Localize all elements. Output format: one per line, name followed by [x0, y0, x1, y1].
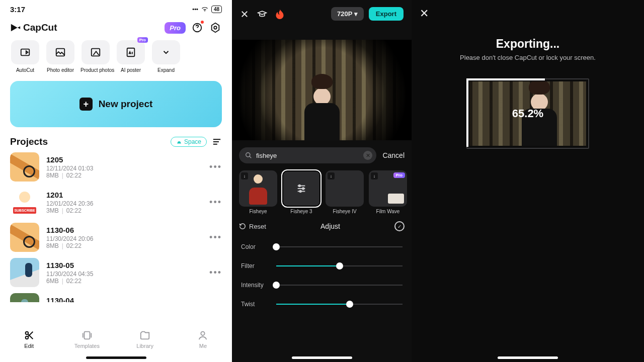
slider-track[interactable]	[276, 261, 403, 270]
slider-label: Color	[241, 243, 268, 250]
confirm-icon[interactable]: ✓	[394, 221, 405, 231]
video-preview[interactable]: ✂	[232, 40, 412, 140]
settings-icon[interactable]	[209, 21, 222, 34]
tool-expand[interactable]: Expand	[151, 40, 181, 73]
project-thumbnail	[10, 188, 39, 217]
home-indicator	[86, 356, 146, 359]
home-screen: 3:17 ••• 48 CapCut Pro	[0, 0, 232, 362]
effect-search-row: ✕ Cancel	[232, 140, 412, 170]
project-list[interactable]: 1205 12/11/2024 01:03 8MB|02:22 ••• 1201…	[10, 152, 222, 302]
svg-rect-6	[127, 48, 135, 57]
new-project-button[interactable]: + New project	[10, 81, 222, 127]
project-more-icon[interactable]: •••	[209, 232, 222, 243]
svg-point-14	[299, 191, 301, 193]
adjust-sliders: Color Filter Intensity Twist	[232, 234, 412, 314]
new-project-label: New project	[99, 99, 153, 110]
cancel-search[interactable]: Cancel	[382, 151, 405, 159]
help-icon[interactable]	[191, 21, 204, 34]
export-title: Exporting...	[412, 37, 644, 51]
export-progress-box: 65.2%	[466, 78, 589, 149]
export-button[interactable]: Export	[369, 7, 404, 21]
download-icon: ↓	[241, 172, 248, 179]
status-bar: 3:17 ••• 48	[0, 0, 232, 18]
slider-track[interactable]	[276, 300, 403, 309]
slider-row: Twist	[241, 295, 403, 314]
effect-name: Film Wave	[369, 209, 407, 214]
effect-search-input[interactable]	[256, 152, 359, 159]
clear-search-icon[interactable]: ✕	[363, 151, 372, 160]
editor-screen: 720P ▾ Export ✂ ✕ Cancel ↓ Fisheye Fishe…	[232, 0, 412, 362]
tool-photo-editor[interactable]: Photo editor	[45, 40, 75, 73]
slider-track[interactable]	[276, 281, 403, 290]
project-thumbnail	[10, 293, 39, 302]
tool-product-photos[interactable]: Product photos	[80, 40, 111, 73]
app-logo: CapCut	[10, 22, 57, 33]
project-size: 8MB	[46, 242, 59, 249]
effect-item[interactable]: Fisheye 3	[282, 170, 320, 214]
adjust-header: Reset Adjust ✓	[232, 214, 412, 234]
project-item[interactable]: 1130-05 11/30/2024 04:35 6MB|02:22 •••	[10, 258, 222, 287]
project-datetime: 12/01/2024 20:36	[46, 200, 202, 207]
slider-knob[interactable]	[346, 301, 353, 308]
search-icon	[245, 152, 252, 159]
tool-ai-poster[interactable]: Pro AI poster	[116, 40, 146, 73]
cell-signal-icon: •••	[192, 6, 198, 12]
chevron-down-icon: ▾	[354, 10, 358, 18]
project-name: 1201	[46, 191, 202, 199]
project-thumbnail	[10, 152, 39, 182]
nav-me[interactable]: Me	[174, 330, 232, 349]
effect-item[interactable]: ↓ Pro Film Wave	[369, 170, 407, 214]
slider-knob[interactable]	[336, 262, 343, 269]
slider-label: Intensity	[241, 282, 268, 289]
academy-icon[interactable]	[257, 10, 267, 19]
tool-autocut[interactable]: AutoCut	[10, 40, 40, 73]
nav-library[interactable]: Library	[116, 330, 174, 349]
close-icon[interactable]: ✕	[420, 7, 429, 20]
slider-row: Color	[241, 237, 403, 256]
slider-track[interactable]	[276, 242, 403, 251]
project-datetime: 11/30/2024 04:35	[46, 270, 202, 278]
mini-pro-badge: Pro	[137, 37, 148, 43]
close-icon[interactable]	[240, 10, 249, 19]
resolution-dropdown[interactable]: 720P ▾	[331, 7, 364, 21]
slider-knob[interactable]	[273, 243, 280, 250]
project-item[interactable]: 1205 12/11/2024 01:03 8MB|02:22 •••	[10, 152, 222, 182]
project-item[interactable]: 1130-04 11/30/2024 03:02 4MB|02:22 •••	[10, 293, 222, 302]
slider-label: Twist	[241, 301, 268, 308]
sort-icon[interactable]	[212, 138, 222, 146]
effect-name: Fisheye 3	[282, 209, 320, 214]
effect-search[interactable]: ✕	[239, 147, 376, 163]
project-item[interactable]: 1130-06 11/30/2024 20:06 8MB|02:22 •••	[10, 223, 222, 252]
project-size: 6MB	[46, 278, 59, 285]
svg-point-2	[214, 26, 217, 29]
project-name: 1205	[46, 155, 202, 164]
svg-point-11	[246, 153, 250, 157]
project-more-icon[interactable]: •••	[209, 162, 222, 172]
project-size: 3MB	[46, 207, 59, 214]
space-button[interactable]: Space	[171, 137, 207, 147]
slider-knob[interactable]	[273, 282, 280, 289]
svg-rect-9	[84, 332, 90, 339]
pro-badge[interactable]: Pro	[165, 22, 186, 34]
effect-item[interactable]: ↓ Fisheye	[239, 170, 277, 214]
project-datetime: 11/30/2024 20:06	[46, 235, 202, 242]
project-more-icon[interactable]: •••	[209, 267, 222, 278]
home-indicator	[498, 356, 558, 359]
svg-point-13	[302, 188, 304, 190]
project-duration: 02:22	[66, 207, 82, 214]
project-duration: 02:22	[66, 242, 82, 249]
home-indicator	[292, 356, 352, 359]
nav-templates[interactable]: Templates	[58, 330, 116, 349]
flame-icon[interactable]	[275, 9, 284, 19]
nav-edit[interactable]: Edit	[0, 330, 58, 349]
reset-button[interactable]: Reset	[239, 223, 266, 230]
project-more-icon[interactable]: •••	[209, 197, 222, 208]
projects-heading: Projects	[10, 136, 48, 147]
project-item[interactable]: 1201 12/01/2024 20:36 3MB|02:22 •••	[10, 188, 222, 217]
effect-item[interactable]: ↓ Fisheye IV	[326, 170, 364, 214]
svg-point-10	[201, 332, 205, 335]
sliders-icon	[282, 170, 320, 207]
effect-list[interactable]: ↓ Fisheye Fisheye 3 ↓ Fisheye IV ↓ Pro F…	[232, 170, 412, 214]
app-topbar: CapCut Pro	[10, 21, 222, 34]
app-logo-text: CapCut	[23, 22, 57, 33]
